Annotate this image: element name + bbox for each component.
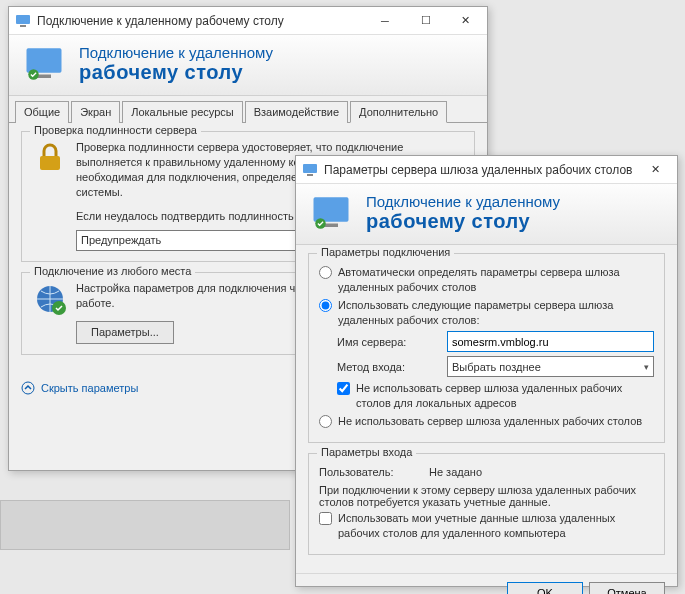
dialog-button-row: OK Отмена xyxy=(296,573,677,594)
hide-options-link[interactable]: Скрыть параметры xyxy=(41,382,138,394)
banner-line1: Подключение к удаленному xyxy=(366,193,560,210)
svg-rect-3 xyxy=(37,75,51,79)
svg-point-8 xyxy=(22,382,34,394)
window-title: Параметры сервера шлюза удаленных рабочи… xyxy=(324,163,636,177)
user-label: Пользователь: xyxy=(319,466,429,478)
auto-detect-radio[interactable] xyxy=(319,266,332,279)
use-settings-radio[interactable] xyxy=(319,299,332,312)
tab-localres[interactable]: Локальные ресурсы xyxy=(122,101,242,123)
server-name-label: Имя сервера: xyxy=(337,336,447,348)
server-name-input[interactable] xyxy=(447,331,654,352)
lock-icon xyxy=(32,140,68,176)
svg-rect-10 xyxy=(307,174,313,176)
svg-rect-5 xyxy=(40,156,60,170)
login-method-value: Выбрать позднее xyxy=(452,361,541,373)
tab-bar: Общие Экран Локальные ресурсы Взаимодейс… xyxy=(9,96,487,123)
svg-rect-1 xyxy=(20,25,26,27)
auth-failure-value: Предупреждать xyxy=(81,233,161,248)
svg-rect-0 xyxy=(16,15,30,24)
titlebar[interactable]: Параметры сервера шлюза удаленных рабочи… xyxy=(296,156,677,184)
tab-display[interactable]: Экран xyxy=(71,101,120,123)
anywhere-legend: Подключение из любого места xyxy=(30,265,195,277)
close-button[interactable]: ✕ xyxy=(637,158,673,182)
tab-general[interactable]: Общие xyxy=(15,101,69,123)
banner-line1: Подключение к удаленному xyxy=(79,44,273,61)
collapse-icon xyxy=(21,381,35,395)
login-note: При подключении к этому серверу шлюза уд… xyxy=(319,484,654,508)
svg-rect-11 xyxy=(314,197,349,222)
rdp-icon xyxy=(302,162,318,178)
globe-icon xyxy=(32,281,68,317)
minimize-button[interactable]: ─ xyxy=(365,9,405,33)
close-button[interactable]: ✕ xyxy=(447,9,483,33)
rdp-banner-icon xyxy=(310,192,352,234)
auto-detect-label: Автоматически определять параметры серве… xyxy=(338,265,654,295)
settings-button[interactable]: Параметры... xyxy=(76,321,174,344)
share-creds-label: Использовать мои учетные данные шлюза уд… xyxy=(338,511,654,541)
tab-advanced[interactable]: Дополнительно xyxy=(350,101,447,123)
svg-rect-9 xyxy=(303,164,317,173)
window-title: Подключение к удаленному рабочему столу xyxy=(37,14,364,28)
ok-button[interactable]: OK xyxy=(507,582,583,594)
chevron-down-icon: ▾ xyxy=(644,362,649,372)
no-gateway-label: Не использовать сервер шлюза удаленных р… xyxy=(338,414,642,429)
user-value: Не задано xyxy=(429,466,482,478)
use-settings-label: Использовать следующие параметры сервера… xyxy=(338,298,654,328)
rdp-banner-icon xyxy=(23,43,65,85)
banner-line2: рабочему столу xyxy=(79,61,273,84)
tab-experience[interactable]: Взаимодействие xyxy=(245,101,348,123)
banner: Подключение к удаленному рабочему столу xyxy=(9,35,487,96)
cancel-button[interactable]: Отмена xyxy=(589,582,665,594)
bypass-local-checkbox[interactable] xyxy=(337,382,350,395)
conn-params-legend: Параметры подключения xyxy=(317,246,454,258)
login-params-legend: Параметры входа xyxy=(317,446,416,458)
svg-rect-2 xyxy=(27,48,62,73)
banner: Подключение к удаленному рабочему столу xyxy=(296,184,677,245)
svg-rect-12 xyxy=(324,224,338,228)
rdp-gateway-dialog: Параметры сервера шлюза удаленных рабочи… xyxy=(295,155,678,587)
login-method-combo[interactable]: Выбрать позднее ▾ xyxy=(447,356,654,377)
login-params-fieldset: Параметры входа Пользователь: Не задано … xyxy=(308,453,665,555)
server-auth-legend: Проверка подлинности сервера xyxy=(30,124,201,136)
share-creds-checkbox[interactable] xyxy=(319,512,332,525)
connection-params-fieldset: Параметры подключения Автоматически опре… xyxy=(308,253,665,443)
maximize-button[interactable]: ☐ xyxy=(406,9,446,33)
rdp-icon xyxy=(15,13,31,29)
banner-line2: рабочему столу xyxy=(366,210,560,233)
login-method-label: Метод входа: xyxy=(337,361,447,373)
no-gateway-radio[interactable] xyxy=(319,415,332,428)
bypass-local-label: Не использовать сервер шлюза удаленных р… xyxy=(356,381,654,411)
titlebar[interactable]: Подключение к удаленному рабочему столу … xyxy=(9,7,487,35)
